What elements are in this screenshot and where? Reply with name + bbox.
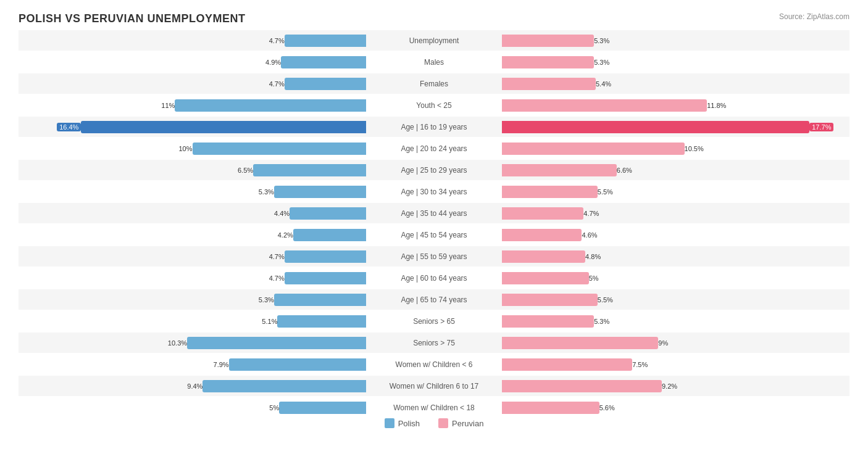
bar-polish bbox=[81, 121, 366, 133]
legend-label-polish: Polish bbox=[398, 419, 420, 428]
bar-peruvian bbox=[502, 229, 582, 241]
chart-row: 5% Women w/ Children < 18 5.6% bbox=[19, 397, 849, 418]
bar-peruvian bbox=[502, 164, 617, 176]
right-bar-area: 5.3% bbox=[502, 52, 849, 72]
legend-label-peruvian: Peruvian bbox=[452, 419, 483, 428]
row-label: Females bbox=[366, 80, 502, 88]
bar-peruvian bbox=[502, 207, 583, 220]
right-bar-area: 6.6% bbox=[502, 160, 849, 180]
value-peruvian: 10.5% bbox=[685, 145, 704, 152]
chart-row: 7.9% Women w/ Children < 6 7.5% bbox=[19, 354, 849, 374]
left-bar-area: 4.2% bbox=[19, 225, 366, 245]
bar-polish bbox=[202, 380, 366, 392]
chart-row: 6.5% Age | 25 to 29 years 6.6% bbox=[19, 160, 849, 180]
right-bar-area: 10.5% bbox=[502, 138, 849, 159]
right-bar-area: 5.6% bbox=[502, 397, 849, 418]
chart-row: 5.3% Age | 30 to 34 years 5.5% bbox=[19, 181, 849, 202]
bar-peruvian bbox=[502, 315, 594, 328]
bar-polish bbox=[281, 56, 366, 68]
value-polish: 7.9% bbox=[214, 361, 229, 368]
bar-polish bbox=[274, 294, 366, 306]
value-peruvian: 11.8% bbox=[707, 102, 726, 109]
value-polish: 4.7% bbox=[269, 80, 285, 88]
bar-polish bbox=[187, 337, 366, 349]
bar-polish bbox=[285, 35, 366, 47]
chart-row: 9.4% Women w/ Children 6 to 17 9.2% bbox=[19, 376, 849, 396]
right-bar-area: 11.8% bbox=[502, 95, 849, 115]
value-polish: 5.3% bbox=[259, 188, 274, 196]
right-bar-area: 17.7% bbox=[502, 117, 849, 137]
value-peruvian: 5% bbox=[589, 275, 599, 282]
left-bar-area: 9.4% bbox=[19, 376, 366, 396]
row-label: Age | 55 to 59 years bbox=[366, 252, 502, 261]
row-label: Age | 65 to 74 years bbox=[366, 295, 502, 304]
right-bar-area: 4.8% bbox=[502, 246, 849, 267]
left-bar-area: 7.9% bbox=[19, 354, 366, 374]
bar-peruvian bbox=[502, 143, 685, 155]
legend: Polish Peruvian bbox=[19, 418, 849, 428]
bar-peruvian bbox=[502, 121, 809, 133]
row-label: Seniors > 75 bbox=[366, 339, 502, 347]
bar-peruvian bbox=[502, 78, 596, 90]
value-polish: 9.4% bbox=[187, 382, 202, 390]
value-peruvian: 9.2% bbox=[662, 382, 677, 390]
left-bar-area: 5% bbox=[19, 397, 366, 418]
row-label: Youth < 25 bbox=[366, 101, 502, 110]
bar-peruvian bbox=[502, 294, 598, 306]
row-label: Age | 25 to 29 years bbox=[366, 166, 502, 175]
left-bar-area: 5.3% bbox=[19, 181, 366, 202]
chart-row: 4.7% Age | 55 to 59 years 4.8% bbox=[19, 246, 849, 267]
bar-polish bbox=[285, 272, 366, 284]
value-polish: 16.4% bbox=[57, 123, 81, 131]
legend-item-peruvian: Peruvian bbox=[438, 418, 483, 428]
value-peruvian: 4.8% bbox=[585, 253, 601, 260]
value-polish: 6.5% bbox=[238, 167, 253, 174]
row-label: Age | 16 to 19 years bbox=[366, 123, 502, 131]
left-bar-area: 4.4% bbox=[19, 203, 366, 223]
left-bar-area: 5.1% bbox=[19, 311, 366, 331]
chart-row: 4.7% Females 5.4% bbox=[19, 73, 849, 94]
bar-peruvian bbox=[502, 99, 707, 112]
chart-container: POLISH VS PERUVIAN UNEMPLOYMENT Source: … bbox=[0, 0, 868, 467]
left-bar-area: 10% bbox=[19, 138, 366, 159]
value-polish: 10% bbox=[178, 145, 192, 152]
row-label: Age | 30 to 34 years bbox=[366, 188, 502, 196]
value-polish: 4.9% bbox=[265, 59, 281, 66]
left-bar-area: 4.7% bbox=[19, 268, 366, 288]
chart-row: 16.4% Age | 16 to 19 years 17.7% bbox=[19, 117, 849, 137]
bar-peruvian bbox=[502, 272, 589, 284]
right-bar-area: 5.4% bbox=[502, 73, 849, 94]
row-label: Seniors > 65 bbox=[366, 317, 502, 326]
legend-box-peruvian bbox=[438, 418, 448, 428]
chart-row: 4.4% Age | 35 to 44 years 4.7% bbox=[19, 203, 849, 223]
chart-row: 4.9% Males 5.3% bbox=[19, 52, 849, 72]
value-polish: 4.7% bbox=[269, 37, 285, 44]
chart-row: 4.7% Unemployment 5.3% bbox=[19, 30, 849, 51]
bar-peruvian bbox=[502, 380, 662, 392]
bar-peruvian bbox=[502, 35, 594, 47]
left-bar-area: 6.5% bbox=[19, 160, 366, 180]
value-peruvian: 5.6% bbox=[599, 404, 615, 411]
chart-row: 5.3% Age | 65 to 74 years 5.5% bbox=[19, 289, 849, 310]
value-peruvian: 5.5% bbox=[598, 296, 613, 304]
bar-polish bbox=[274, 186, 366, 198]
bar-polish bbox=[253, 164, 366, 176]
value-peruvian: 5.3% bbox=[594, 37, 609, 44]
row-label: Age | 20 to 24 years bbox=[366, 144, 502, 153]
bar-peruvian bbox=[502, 186, 598, 198]
left-bar-area: 4.9% bbox=[19, 52, 366, 72]
chart-row: 10.3% Seniors > 75 9% bbox=[19, 333, 849, 353]
value-polish: 10.3% bbox=[168, 339, 187, 347]
chart-row: 5.1% Seniors > 65 5.3% bbox=[19, 311, 849, 331]
left-bar-area: 4.7% bbox=[19, 73, 366, 94]
bar-polish bbox=[279, 402, 366, 414]
value-polish: 4.4% bbox=[274, 210, 290, 217]
value-peruvian: 17.7% bbox=[809, 123, 833, 131]
bar-peruvian bbox=[502, 358, 632, 371]
value-peruvian: 7.5% bbox=[632, 361, 648, 368]
value-polish: 11% bbox=[161, 102, 175, 109]
bar-polish bbox=[193, 143, 367, 155]
value-peruvian: 4.7% bbox=[583, 210, 599, 217]
source-text: Source: ZipAtlas.com bbox=[779, 12, 849, 21]
left-bar-area: 10.3% bbox=[19, 333, 366, 353]
